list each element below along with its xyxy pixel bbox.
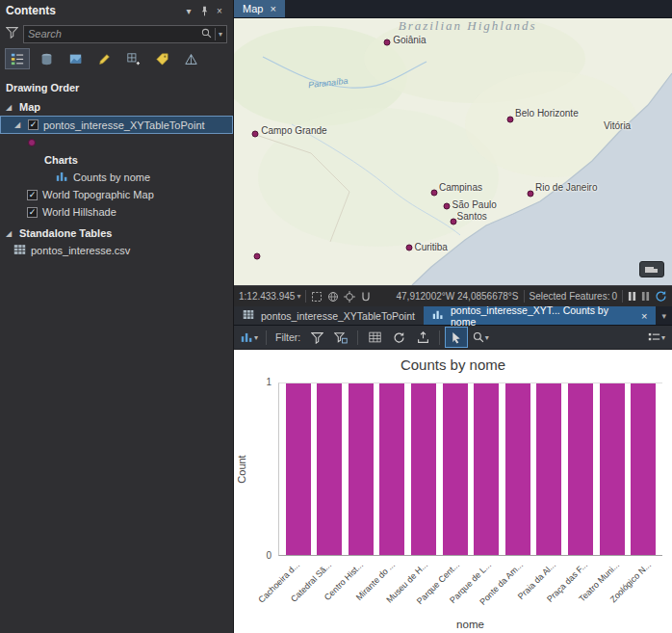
search-box: ▾: [23, 25, 227, 43]
poi-point[interactable]: [384, 40, 391, 46]
city-label: Goiânia: [393, 35, 426, 45]
selected-features[interactable]: Selected Features: 0: [530, 291, 618, 302]
tree-item-csv-table[interactable]: pontos_interesse.csv: [0, 242, 233, 259]
table-icon: [13, 244, 26, 257]
pause-labels-button[interactable]: [641, 291, 650, 302]
refresh-button[interactable]: [655, 290, 667, 303]
pause-drawing-button[interactable]: [628, 291, 636, 302]
tab-selection[interactable]: [63, 48, 88, 69]
poi-point[interactable]: [431, 189, 438, 196]
snapping-icon[interactable]: [360, 291, 372, 303]
chart-bar[interactable]: [286, 383, 311, 555]
chart-bar[interactable]: [505, 383, 530, 555]
tab-perspective[interactable]: [178, 48, 203, 69]
map-tab-label: Map: [243, 3, 263, 14]
tree-item-map[interactable]: ◢ Map: [0, 98, 233, 116]
standalone-tables-label: Standalone Tables: [19, 227, 112, 239]
expand-triangle-icon[interactable]: ◢: [14, 120, 23, 129]
export-chart-button[interactable]: [412, 328, 433, 347]
scale-selector[interactable]: 1:12.433.945 ▾: [239, 291, 300, 302]
filter-by-extent-button[interactable]: [330, 328, 351, 347]
chart-bar[interactable]: [443, 383, 468, 555]
layer-checkbox[interactable]: ✓: [27, 207, 38, 218]
chart-legend-button[interactable]: ▾: [646, 328, 667, 347]
tree-item-point-layer[interactable]: ◢ ✓ pontos_interesse_XYTableToPoint: [0, 116, 233, 134]
chart-icon: [432, 309, 444, 322]
filter-icon[interactable]: [6, 25, 18, 42]
coordinates-display[interactable]: 47,912002°W 24,0856678°S: [397, 291, 519, 302]
chart-properties-button[interactable]: ▾: [239, 328, 260, 347]
search-input[interactable]: [28, 28, 201, 40]
tree-item-charts[interactable]: Charts: [0, 151, 233, 169]
chart-plot: [278, 382, 662, 556]
search-icon[interactable]: [201, 25, 212, 42]
view-tabs-dropdown-icon[interactable]: ▾: [656, 306, 672, 325]
chart-bar[interactable]: [631, 383, 656, 555]
divider: [622, 290, 623, 303]
poi-point[interactable]: [444, 203, 451, 210]
pin-icon[interactable]: [196, 3, 212, 18]
close-icon[interactable]: ×: [270, 3, 275, 14]
crosshair-icon[interactable]: [344, 291, 355, 303]
globe-icon[interactable]: [327, 291, 339, 303]
poi-point[interactable]: [405, 245, 412, 251]
chart-bar[interactable]: [411, 383, 436, 555]
chart-title: Counts by nome: [234, 356, 672, 373]
navigator-button[interactable]: [639, 261, 664, 277]
panel-title: Contents: [6, 4, 181, 17]
tree-item-hillshade-layer[interactable]: ✓ World Hillshade: [0, 203, 233, 221]
tab-drawing-order[interactable]: [5, 48, 30, 69]
tab-chart-view[interactable]: pontos_interesse_XYT... Counts by nome ×: [424, 306, 657, 325]
poi-point[interactable]: [254, 252, 261, 259]
tab-labeling[interactable]: [149, 48, 174, 69]
scale-value: 1:12.433.945: [239, 291, 295, 302]
filter-by-selection-button[interactable]: [306, 328, 327, 347]
chart-bar[interactable]: [600, 383, 625, 555]
tab-editing[interactable]: [91, 48, 116, 69]
divider: [305, 290, 306, 303]
layer-checkbox[interactable]: ✓: [27, 190, 38, 200]
city-label: Campinas: [439, 182, 482, 193]
select-mode-button[interactable]: [446, 328, 467, 347]
tab-map-view[interactable]: Map ×: [234, 0, 285, 17]
expand-triangle-icon[interactable]: ◢: [6, 229, 14, 238]
close-icon[interactable]: ×: [212, 3, 227, 18]
poi-point[interactable]: [251, 130, 258, 137]
tab-table-view[interactable]: pontos_interesse_XYTableToPoint: [234, 306, 424, 325]
tree-item-chart[interactable]: Counts by nome: [0, 169, 233, 186]
chart-bar[interactable]: [474, 383, 499, 555]
chart-bar[interactable]: [536, 383, 561, 555]
poi-point[interactable]: [528, 191, 534, 198]
divider: [215, 28, 216, 40]
search-dropdown-icon[interactable]: ▾: [219, 30, 222, 39]
close-icon[interactable]: ×: [641, 310, 647, 322]
divider: [524, 290, 525, 303]
poi-point[interactable]: [450, 219, 456, 225]
tab-snapping[interactable]: [120, 48, 145, 69]
zoom-mode-button[interactable]: ▾: [470, 328, 491, 347]
map-canvas[interactable]: Brazilian Highlands Paranaíba GoiâniaCam…: [234, 18, 672, 285]
city-label: Campo Grande: [261, 125, 326, 136]
layers-tree: ◢ Map ◢ ✓ pontos_interesse_XYTableToPoin…: [0, 98, 233, 259]
layer-checkbox[interactable]: ✓: [28, 119, 39, 130]
tab-data-source[interactable]: [34, 48, 59, 69]
tree-item-standalone-tables[interactable]: ◢ Standalone Tables: [0, 224, 233, 242]
toolbar-separator: [266, 330, 267, 345]
map-tabbar: Map ×: [234, 0, 672, 18]
chart-bar[interactable]: [568, 383, 593, 555]
expand-triangle-icon[interactable]: ◢: [6, 103, 14, 112]
chart-bar[interactable]: [379, 383, 404, 555]
refresh-chart-button[interactable]: [388, 328, 409, 347]
chart-bar[interactable]: [349, 383, 374, 555]
chevron-down-icon[interactable]: ▾: [181, 3, 196, 18]
poi-point[interactable]: [506, 117, 513, 123]
show-table-button[interactable]: [364, 328, 385, 347]
bottom-view-tabbar: pontos_interesse_XYTableToPoint pontos_i…: [234, 306, 672, 326]
city-label: Vitória: [604, 120, 631, 131]
chart-item-label: Counts by nome: [73, 171, 150, 183]
selected-features-count: 0: [611, 291, 617, 302]
chart-bar[interactable]: [317, 383, 342, 555]
select-extent-icon[interactable]: [311, 291, 323, 303]
tree-item-topo-layer[interactable]: ✓ World Topographic Map: [0, 186, 233, 203]
point-symbol-icon[interactable]: [28, 139, 36, 146]
